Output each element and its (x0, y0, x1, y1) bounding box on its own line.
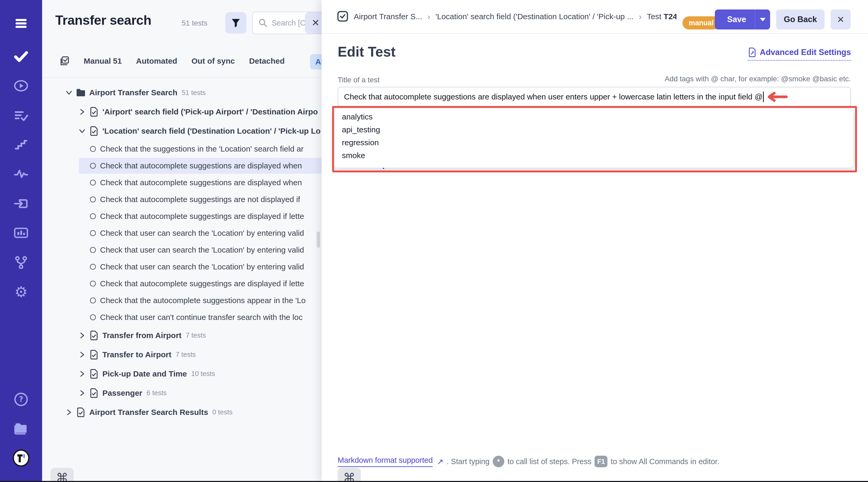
tree-row-label: Check that user can search the 'Location… (100, 246, 304, 254)
topbar-divider (321, 33, 868, 34)
test-circle-icon (90, 297, 96, 304)
search-icon (258, 19, 268, 27)
tree-row[interactable]: 'Location' search field ('Destination Lo… (42, 121, 321, 140)
tree-row-count: 6 tests (147, 389, 167, 397)
tab-manual-count: 51 (113, 57, 122, 65)
tree-row[interactable]: Transfer from Airport 7 tests (42, 326, 321, 345)
steps-icon[interactable] (12, 136, 29, 153)
advanced-edit-settings-link[interactable]: Advanced Edit Settings (748, 47, 851, 61)
tree-row[interactable]: Airport Transfer Search 51 tests (42, 83, 321, 102)
test-runs-icon[interactable] (12, 77, 29, 94)
tree-row-label: Airport Transfer Search (89, 88, 177, 97)
tree-row[interactable]: 'Airport' search field ('Pick-up Airport… (42, 102, 321, 121)
tree-row[interactable]: Passenger 6 tests (42, 383, 321, 403)
tree-row-label: Check that user can search the 'Location… (100, 262, 304, 271)
tree-row[interactable]: Check that user can search the 'Location… (42, 225, 321, 242)
help-icon[interactable]: ? (12, 391, 29, 408)
tag-suggestion[interactable]: analytics (335, 110, 853, 123)
tree-row[interactable]: Check that autocomplete suggestings are … (42, 208, 321, 225)
tests-icon[interactable] (12, 48, 29, 65)
folder-icon (75, 87, 86, 98)
checklist-icon[interactable] (12, 107, 29, 124)
overlay-topbar: Airport Transfer S... › 'Location' searc… (321, 0, 868, 33)
chevron-right-icon[interactable] (78, 350, 87, 359)
chevron-right-icon[interactable] (78, 389, 87, 397)
tree-row[interactable]: Check that user can search the 'Location… (42, 242, 321, 258)
edit-test-heading: Edit Test (338, 44, 396, 60)
import-icon[interactable] (12, 195, 29, 212)
tree-row-label: Check that autocomplete suggestings are … (100, 279, 304, 288)
activity-icon[interactable] (12, 165, 29, 182)
tree-row[interactable]: Check that autocomplete suggestions are … (42, 157, 321, 174)
tag-chip-partial[interactable]: Aut (310, 54, 321, 69)
chevron-right-icon[interactable] (64, 408, 73, 417)
chevron-right-icon[interactable] (64, 88, 73, 97)
tab-automated[interactable]: Automated (136, 57, 177, 65)
save-dropdown-toggle[interactable] (755, 9, 770, 29)
chevron-right-icon[interactable] (78, 127, 87, 135)
chevron-right-icon[interactable] (78, 369, 87, 378)
tab-detached[interactable]: Detached (249, 57, 284, 65)
tree-row-count: 0 tests (212, 408, 232, 416)
tree-row[interactable]: Check that the autocomplete suggestions … (42, 292, 321, 309)
tag-suggestion[interactable]: smoke (335, 149, 853, 162)
svg-text:?: ? (19, 395, 23, 404)
menu-icon[interactable] (12, 15, 29, 32)
tree-row[interactable]: Check that autocomplete suggestings are … (42, 191, 321, 208)
command-shortcut-badge[interactable]: ⌘ (51, 468, 74, 482)
tree-row-count: 7 tests (176, 350, 196, 359)
tree-row[interactable]: Check that the suggestions in the 'Locat… (42, 140, 321, 157)
scrollbar-thumb[interactable] (317, 231, 320, 248)
chevron-down-icon (760, 18, 766, 21)
breadcrumb: Airport Transfer S... › 'Location' searc… (337, 0, 676, 33)
suite-doc-icon (89, 126, 99, 136)
breadcrumb-separator: › (427, 12, 430, 22)
tree-row-label: Check that the suggestions in the 'Locat… (100, 144, 304, 153)
settings-icon[interactable]: ⚙ (12, 284, 29, 300)
title-field-label: Title of a test (338, 76, 379, 84)
breadcrumb-suite[interactable]: 'Location' search field ('Destination Lo… (436, 12, 633, 21)
suite-doc-icon (89, 330, 99, 341)
manual-badge: manual (682, 16, 720, 29)
suite-doc-icon (75, 407, 86, 418)
tree-row[interactable]: Check that user can search the 'Location… (42, 258, 321, 275)
chevron-right-icon[interactable] (78, 107, 87, 116)
tab-manual[interactable]: Manual51 (84, 57, 122, 65)
filter-button[interactable] (225, 12, 246, 34)
tree-row[interactable]: Check that autocomplete suggestions are … (42, 174, 321, 191)
profile-avatar[interactable] (12, 450, 29, 467)
command-shortcut-badge[interactable]: ⌘ (338, 468, 361, 482)
test-circle-icon (90, 146, 96, 152)
breadcrumb-test-id: T2435d... (663, 12, 676, 21)
projects-icon[interactable] (12, 420, 29, 437)
breadcrumb-root[interactable]: Airport Transfer S... (354, 12, 422, 21)
tree-row[interactable]: Check that user can't continue transfer … (42, 309, 321, 326)
chevron-right-icon[interactable] (78, 331, 87, 340)
search-clear-button[interactable]: ✕ (305, 12, 321, 34)
tag-suggestion[interactable]: regression (335, 136, 853, 149)
edit-test-overlay: Airport Transfer S... › 'Location' searc… (321, 0, 868, 482)
tree-row-label: Passenger (102, 389, 143, 397)
avatar (12, 449, 29, 467)
filter-icon (230, 18, 241, 28)
tree-row-label: Check that the autocomplete suggestions … (100, 296, 306, 305)
tree-row[interactable]: Check that autocomplete suggestings are … (42, 275, 321, 292)
tree-row-count: 10 tests (191, 369, 215, 378)
test-circle-icon (90, 230, 96, 236)
markdown-supported-link[interactable]: Markdown format supported (338, 456, 433, 467)
select-all-icon[interactable] (60, 56, 69, 66)
reports-icon[interactable] (12, 224, 29, 241)
f1-key-badge: F1 (594, 456, 608, 467)
tree-row[interactable]: Pick-up Date and Time 10 tests (42, 364, 321, 383)
test-title-input[interactable]: Check that autocomplete suggestions are … (338, 87, 851, 107)
tab-out-of-sync[interactable]: Out of sync (191, 57, 235, 65)
go-back-button[interactable]: Go Back (776, 9, 825, 29)
tree-row[interactable]: Airport Transfer Search Results 0 tests (42, 403, 321, 422)
tag-suggestion[interactable]: api_testing (335, 123, 853, 136)
integrations-icon[interactable] (12, 254, 29, 271)
save-button[interactable]: Save (715, 9, 770, 29)
close-button[interactable]: ✕ (831, 9, 850, 29)
advanced-settings-icon (748, 47, 757, 57)
tree-row[interactable]: Transfer to Airport 7 tests (42, 345, 321, 364)
test-tree: Airport Transfer Search 51 tests 'Airpor… (42, 83, 321, 422)
